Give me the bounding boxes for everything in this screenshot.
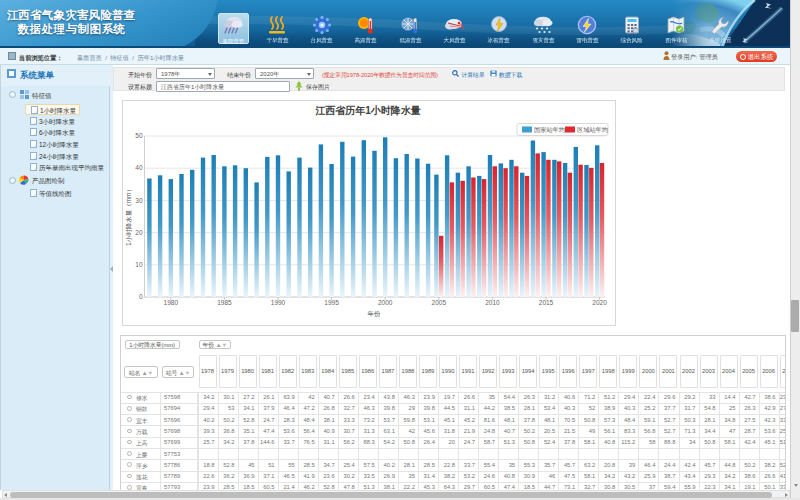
svg-text:10: 10 xyxy=(135,261,143,268)
svg-text:1980: 1980 xyxy=(164,299,179,306)
svg-text:30: 30 xyxy=(135,197,143,204)
svg-text:江西省历年1小时降水量: 江西省历年1小时降水量 xyxy=(314,105,421,116)
svg-text:2005: 2005 xyxy=(432,299,447,306)
svg-text:0: 0 xyxy=(139,293,143,300)
svg-text:区域站年均: 区域站年均 xyxy=(577,126,608,134)
svg-text:1995: 1995 xyxy=(324,299,339,306)
svg-text:2020: 2020 xyxy=(592,299,607,306)
svg-text:1990: 1990 xyxy=(271,299,286,306)
svg-text:2010: 2010 xyxy=(485,299,500,306)
svg-text:40: 40 xyxy=(135,164,143,171)
svg-text:2000: 2000 xyxy=(378,299,393,306)
svg-text:1985: 1985 xyxy=(217,299,232,306)
svg-text:20: 20 xyxy=(135,229,143,236)
svg-text:国家站年均: 国家站年均 xyxy=(534,126,565,134)
svg-text:年份: 年份 xyxy=(368,310,382,318)
svg-text:50: 50 xyxy=(135,132,143,139)
svg-text:2015: 2015 xyxy=(539,299,554,306)
svg-text:1小时降水量（mm）: 1小时降水量（mm） xyxy=(125,186,133,246)
